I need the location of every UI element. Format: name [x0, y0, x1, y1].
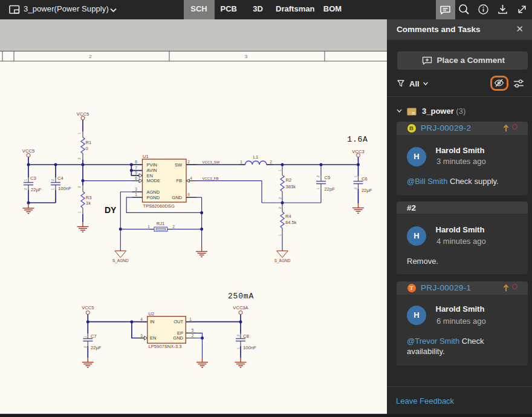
svg-text:2: 2 [236, 335, 240, 337]
svg-text:250mA: 250mA [228, 292, 254, 301]
svg-text:1: 1 [278, 169, 282, 171]
svg-text:L1: L1 [253, 154, 258, 160]
svg-text:6: 6 [135, 176, 137, 180]
svg-text:2: 2 [278, 207, 282, 209]
svg-text:1k: 1k [86, 200, 91, 206]
svg-text:1: 1 [51, 188, 54, 190]
svg-text:VCC5: VCC5 [22, 148, 34, 154]
svg-text:2: 2 [89, 54, 92, 59]
svg-text:C4: C4 [57, 176, 63, 181]
svg-text:TPS62060DSG: TPS62060DSG [143, 203, 175, 209]
svg-text:MODE: MODE [147, 178, 161, 183]
svg-text:VCC3A: VCC3A [233, 305, 248, 310]
svg-text:2: 2 [192, 333, 194, 338]
svg-text:2: 2 [278, 197, 282, 199]
svg-text:U2: U2 [149, 311, 155, 317]
svg-text:DY: DY [105, 205, 117, 215]
svg-text:3: 3 [245, 54, 248, 59]
svg-text:4: 4 [140, 317, 143, 321]
svg-text:0: 0 [86, 146, 88, 151]
svg-text:LP5907SNX-3.3: LP5907SNX-3.3 [149, 344, 182, 349]
svg-text:2: 2 [187, 160, 190, 164]
svg-text:EN: EN [147, 173, 153, 179]
svg-text:GND: GND [173, 335, 183, 341]
svg-text:100nF: 100nF [58, 186, 71, 191]
svg-text:1.6A: 1.6A [347, 135, 368, 144]
svg-text:R1: R1 [86, 140, 92, 145]
svg-text:3: 3 [135, 187, 137, 191]
svg-text:2: 2 [270, 160, 272, 164]
svg-text:3: 3 [140, 333, 143, 338]
svg-text:RJ1: RJ1 [157, 221, 165, 226]
svg-text:2: 2 [77, 186, 81, 188]
svg-text:84.5k: 84.5k [285, 220, 297, 225]
svg-text:VCC5: VCC5 [82, 305, 94, 310]
svg-text:1: 1 [77, 211, 81, 213]
svg-text:22pF: 22pF [325, 186, 336, 192]
svg-text:9: 9 [187, 192, 190, 197]
svg-text:VCC3_FB: VCC3_FB [203, 177, 219, 180]
svg-text:C8: C8 [243, 333, 249, 339]
svg-text:1: 1 [135, 192, 137, 197]
svg-text:383k: 383k [286, 184, 296, 189]
svg-text:22µF: 22µF [31, 187, 42, 192]
svg-text:S_AGND: S_AGND [274, 258, 291, 263]
svg-text:8: 8 [135, 160, 137, 164]
svg-text:100nF: 100nF [243, 345, 256, 350]
svg-text:4: 4 [190, 176, 192, 180]
svg-text:1: 1 [316, 188, 320, 189]
svg-text:AGND: AGND [147, 189, 160, 195]
svg-text:2: 2 [83, 346, 87, 348]
svg-text:C5: C5 [325, 175, 331, 180]
svg-text:2: 2 [172, 225, 175, 229]
svg-text:R3: R3 [86, 195, 92, 200]
svg-text:C3: C3 [30, 176, 36, 181]
svg-text:VCC3: VCC3 [352, 149, 364, 154]
svg-text:PVIN: PVIN [147, 162, 158, 168]
svg-text:OUT: OUT [174, 319, 183, 324]
svg-text:VCC3_SW: VCC3_SW [203, 160, 220, 164]
svg-text:1: 1 [278, 234, 282, 236]
svg-text:22µF: 22µF [362, 188, 372, 193]
svg-text:22µF: 22µF [91, 345, 102, 350]
svg-text:R4: R4 [285, 214, 291, 219]
svg-text:1: 1 [354, 176, 357, 177]
svg-text:1: 1 [83, 336, 87, 338]
svg-text:FB: FB [176, 178, 182, 183]
svg-text:7: 7 [135, 166, 137, 170]
svg-text:5: 5 [192, 328, 194, 332]
svg-text:PGND: PGND [147, 195, 160, 200]
svg-text:C7: C7 [91, 333, 97, 339]
svg-text:1: 1 [236, 347, 240, 349]
svg-text:EN: EN [150, 335, 156, 341]
svg-text:VCC5: VCC5 [77, 111, 89, 117]
svg-text:R2: R2 [286, 177, 292, 183]
svg-text:2: 2 [24, 188, 27, 190]
svg-text:2: 2 [316, 176, 320, 177]
svg-text:IN: IN [150, 319, 155, 324]
svg-text:5: 5 [135, 171, 137, 175]
svg-text:2: 2 [77, 157, 81, 159]
svg-text:C6: C6 [362, 176, 368, 182]
svg-text:U1: U1 [143, 154, 149, 159]
svg-text:SW: SW [175, 162, 183, 168]
svg-text:S_AGND: S_AGND [112, 258, 129, 263]
svg-text:1: 1 [24, 179, 27, 181]
svg-text:1: 1 [189, 317, 192, 321]
svg-text:1: 1 [240, 160, 242, 164]
svg-text:1: 1 [148, 225, 150, 229]
svg-text:GND: GND [172, 195, 182, 200]
svg-text:1: 1 [77, 133, 81, 134]
svg-text:2: 2 [51, 179, 54, 181]
svg-text:2: 2 [354, 188, 357, 189]
